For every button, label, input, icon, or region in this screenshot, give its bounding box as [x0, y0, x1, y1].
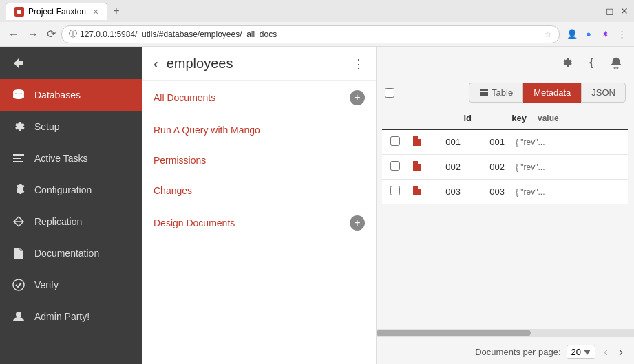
menu-item-design-documents[interactable]: Design Documents +: [142, 206, 376, 240]
middle-panel: ‹ employees ⋮ All Documents + Run A Quer…: [142, 47, 377, 364]
table-row: 001 001 { "rev"...: [382, 130, 628, 155]
row-key-1[interactable]: 001: [472, 137, 516, 147]
svg-rect-7: [480, 89, 488, 91]
nav-bar: ← → ⟳ ⓘ 127.0.0.1:5984/_utils/#database/…: [0, 22, 634, 47]
tab-json[interactable]: JSON: [581, 83, 626, 103]
configuration-icon: [11, 182, 26, 197]
extension-icon-a[interactable]: ●: [582, 28, 595, 41]
svg-rect-9: [480, 94, 488, 96]
docs-per-page-value: 20: [571, 347, 581, 357]
lock-icon: ⓘ: [69, 28, 77, 40]
tab-table[interactable]: Table: [469, 83, 523, 103]
close-window-btn[interactable]: ✕: [620, 7, 628, 16]
browser-tab[interactable]: Project Fauxton ×: [6, 3, 107, 20]
menu-item-run-query[interactable]: Run A Query with Mango: [142, 115, 376, 145]
row-checkbox-3[interactable]: [390, 186, 400, 195]
window-controls: – ◻ ✕: [591, 7, 628, 16]
gear-toolbar-icon[interactable]: [557, 53, 576, 72]
add-design-doc-btn[interactable]: +: [350, 215, 365, 231]
sidebar-item-documentation[interactable]: Documentation: [0, 237, 142, 269]
doc-icon-2: [411, 160, 427, 173]
forward-btn[interactable]: →: [25, 27, 41, 42]
row-value-2: { "rev"...: [516, 162, 620, 172]
row-key-2[interactable]: 002: [472, 162, 516, 172]
browser-action-icons: 👤 ● ✷ ⋮: [565, 28, 628, 41]
refresh-btn[interactable]: ⟳: [44, 26, 59, 42]
svg-rect-3: [13, 161, 23, 162]
right-panel: { Table Metadata JSON: [377, 47, 634, 364]
address-text: 127.0.0.1:5984/_utils/#database/employee…: [80, 30, 542, 39]
row-key-3[interactable]: 003: [472, 186, 516, 197]
bell-toolbar-icon[interactable]: [606, 53, 626, 72]
sidebar-item-back[interactable]: [0, 47, 142, 79]
header-value: value: [538, 114, 620, 123]
replication-icon: [11, 214, 26, 229]
prev-page-btn[interactable]: ‹: [601, 343, 611, 361]
sidebar-item-active-tasks[interactable]: Active Tasks: [0, 142, 142, 174]
setup-icon: [11, 119, 26, 134]
menu-item-changes[interactable]: Changes: [142, 175, 376, 206]
minimize-btn[interactable]: –: [591, 7, 600, 16]
changes-label: Changes: [154, 185, 192, 196]
databases-icon: [11, 87, 26, 103]
svg-point-6: [16, 312, 21, 317]
active-tasks-icon: [11, 151, 26, 166]
scrollbar-thumb: [377, 330, 531, 336]
sidebar-item-setup[interactable]: Setup: [0, 111, 142, 142]
table-row: 002 002 { "rev"...: [382, 155, 628, 180]
profile-icon[interactable]: 👤: [565, 28, 579, 41]
back-btn[interactable]: ←: [6, 27, 22, 42]
table-footer: Documents per page: 20 ‹ ›: [377, 339, 634, 364]
sidebar-item-configuration[interactable]: Configuration: [0, 174, 142, 206]
row-id-3[interactable]: 003: [427, 186, 472, 197]
table-header: id key value: [382, 107, 628, 130]
replication-label: Replication: [34, 216, 82, 227]
row-checkbox-2[interactable]: [390, 161, 400, 171]
tab-table-label: Table: [492, 87, 513, 98]
menu-icon[interactable]: ⋮: [615, 28, 628, 41]
sidebar-item-databases[interactable]: Databases: [0, 79, 142, 111]
main-layout: Databases Setup Active Tasks Configurati…: [0, 47, 634, 364]
table-row: 003 003 { "rev"...: [382, 180, 628, 204]
admin-icon: [11, 309, 26, 324]
svg-point-5: [13, 279, 24, 290]
bookmark-icon: ☆: [545, 30, 552, 39]
panel-back-btn[interactable]: ‹: [154, 56, 158, 72]
row-id-2[interactable]: 002: [427, 162, 472, 172]
add-document-btn[interactable]: +: [350, 90, 365, 105]
admin-label: Admin Party!: [34, 311, 89, 322]
maximize-btn[interactable]: ◻: [605, 7, 614, 16]
verify-icon: [11, 277, 26, 292]
active-tasks-label: Active Tasks: [34, 153, 88, 164]
horizontal-scrollbar[interactable]: [377, 329, 634, 337]
menu-item-all-documents[interactable]: All Documents +: [142, 81, 376, 115]
row-value-3: { "rev"...: [516, 187, 620, 197]
json-toolbar-icon[interactable]: {: [582, 53, 601, 72]
documentation-icon: [11, 246, 26, 261]
docs-per-page-select[interactable]: 20: [567, 345, 595, 359]
next-page-btn[interactable]: ›: [616, 343, 626, 361]
panel-more-btn[interactable]: ⋮: [352, 56, 365, 72]
tab-metadata-label: Metadata: [533, 87, 571, 98]
tab-json-label: JSON: [591, 87, 615, 98]
select-all-checkbox[interactable]: [385, 88, 394, 98]
tab-metadata[interactable]: Metadata: [523, 83, 581, 103]
design-documents-label: Design Documents: [154, 217, 235, 228]
sidebar-item-verify[interactable]: Verify: [0, 269, 142, 301]
address-bar[interactable]: ⓘ 127.0.0.1:5984/_utils/#database/employ…: [61, 25, 560, 43]
sidebar-item-replication[interactable]: Replication: [0, 206, 142, 237]
sidebar-item-admin[interactable]: Admin Party!: [0, 301, 142, 332]
new-tab-btn[interactable]: +: [107, 2, 125, 20]
all-documents-label: All Documents: [154, 92, 215, 103]
title-bar: Project Fauxton × + – ◻ ✕: [0, 0, 634, 22]
row-checkbox-1[interactable]: [390, 136, 400, 146]
documentation-label: Documentation: [34, 248, 99, 259]
extension-icon-b[interactable]: ✷: [598, 28, 612, 41]
panel-title: employees: [167, 56, 344, 72]
tab-close-btn[interactable]: ×: [93, 6, 98, 17]
row-id-1[interactable]: 001: [427, 137, 472, 147]
tab-title: Project Fauxton: [28, 7, 86, 17]
svg-rect-1: [13, 154, 24, 156]
sidebar: Databases Setup Active Tasks Configurati…: [0, 47, 142, 364]
menu-item-permissions[interactable]: Permissions: [142, 145, 376, 175]
